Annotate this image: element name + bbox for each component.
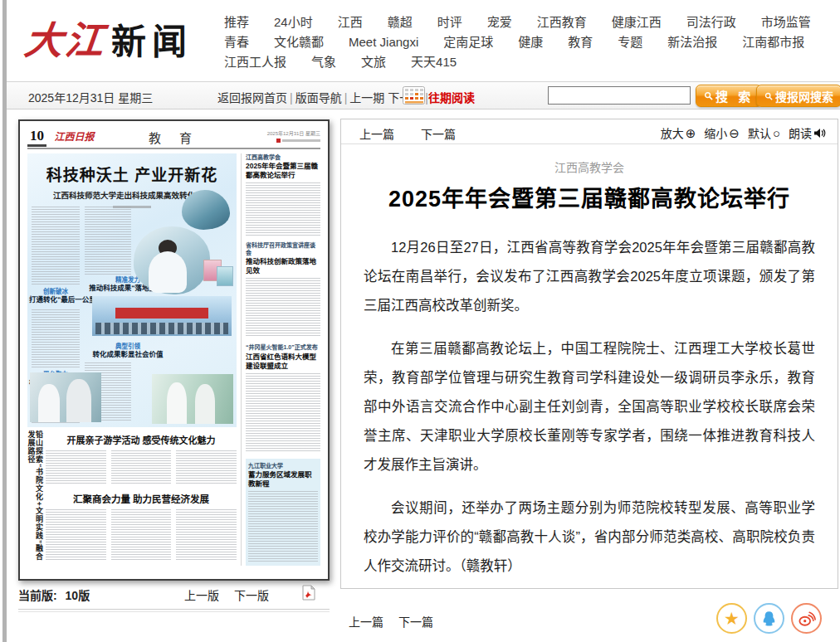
zoom-out-control[interactable]: 缩小⊖: [704, 124, 740, 141]
article-panel: 上一篇 下一篇 放大⊕ 缩小⊖ 默认○ 朗读 江西高教学会 2025年年会暨第三…: [340, 119, 838, 589]
pager-nav: 上一版 下一版: [184, 586, 281, 603]
article-toolbar: 上一篇 下一篇 放大⊕ 缩小⊖ 默认○ 朗读: [341, 119, 838, 144]
footer-next-article-link[interactable]: 下一篇: [398, 615, 433, 629]
right-article-kicker: “井冈星火智能1.0”正式发布: [246, 343, 320, 351]
nav-link-r2-6[interactable]: 专题: [618, 33, 642, 51]
prev-article-link[interactable]: 上一篇: [359, 125, 394, 142]
right-article-title: 2025年年会暨第三届赣鄱高教论坛举行: [246, 162, 320, 180]
paper-masthead-logo: 江西日报: [54, 131, 94, 143]
next-page-link[interactable]: 下一版: [234, 589, 269, 602]
divider: |: [344, 91, 348, 105]
footer-prev-article-link[interactable]: 上一篇: [349, 615, 383, 629]
paper-date-line: 2025年12月31日 星期三: [267, 129, 320, 137]
zoom-in-icon: ⊕: [686, 127, 696, 139]
feature-section-heading: 典型引领转化成果彰显社会价值: [74, 343, 182, 359]
qq-share-icon[interactable]: [754, 603, 784, 634]
prev-page-link[interactable]: 上一版: [184, 589, 219, 602]
nav-link-r2-3[interactable]: 定南足球: [443, 33, 493, 51]
fake-text-block: [248, 491, 318, 562]
photo-figure: [167, 382, 187, 424]
qq-penguin-icon: [760, 610, 778, 628]
fake-text-block: [46, 450, 106, 485]
archive-link[interactable]: 往期阅读: [428, 89, 475, 105]
divider: [18, 609, 330, 612]
zoom-in-control[interactable]: 放大⊕: [661, 124, 696, 141]
zoom-reset-control[interactable]: 默认○: [748, 124, 780, 141]
weibo-share-icon[interactable]: [791, 603, 822, 634]
zoom-out-icon: ⊖: [729, 127, 740, 139]
paper-section-label: 教 育: [149, 129, 199, 146]
zoom-reset-icon: ○: [773, 127, 780, 139]
article-title: 2025年年会暨第三届赣鄱高教论坛举行: [341, 181, 838, 213]
paper-right-column: 江西高教学会 2025年年会暨第三届赣鄱高教论坛举行 省科技厅召开政策宣讲座谈会…: [241, 153, 320, 566]
nav-link-r2-2[interactable]: Meet Jiangxi: [349, 33, 418, 51]
share-icons: ★: [716, 603, 822, 634]
newspaper-page-thumbnail[interactable]: 10 江西日报 教 育 2025年12月31日 星期三 科技种沃土 产业开新花 …: [18, 119, 330, 581]
nav-link-r1-0[interactable]: 推荐: [224, 13, 249, 32]
fake-text-block: [176, 450, 237, 485]
fake-text-block: [282, 139, 320, 142]
red-dot: [276, 139, 281, 143]
right-article-2: 省科技厅召开政策宣讲座谈会 推动科技创新政策落地见效: [246, 241, 320, 338]
nav-link-r2-8[interactable]: 江南都市报: [742, 33, 804, 51]
right-article-4: 九江职业大学 蓄力服务区域发展职教新程: [246, 459, 320, 566]
right-article-kicker: 江西高教学会: [246, 153, 320, 161]
photo-figure: [149, 251, 187, 293]
site-search-button[interactable]: 搜报网搜索: [756, 85, 840, 107]
nav-link-r1-6[interactable]: 江西教育: [537, 13, 587, 32]
nav-link-r3-1[interactable]: 气象: [311, 53, 336, 71]
site-logo[interactable]: 大江新闻: [25, 10, 193, 65]
nav-link-r2-4[interactable]: 健康: [518, 33, 543, 51]
divider: |: [290, 91, 293, 105]
nav-link-r1-9[interactable]: 市场监管: [761, 13, 811, 32]
site-search-button-label: 搜报网搜索: [775, 88, 833, 105]
right-article-kicker: 九江职业大学: [248, 462, 318, 469]
fake-text-block: [46, 509, 106, 561]
next-article-link[interactable]: 下一篇: [421, 125, 456, 142]
nav-link-r3-0[interactable]: 江西工人报: [224, 53, 286, 71]
read-aloud-control[interactable]: 朗读: [789, 124, 826, 141]
fake-columns: [46, 509, 237, 561]
issue-date: 2025年12月31日 星期三: [28, 89, 153, 105]
feature-article-block: 科技种沃土 产业开新花 江西科技师范大学走出科技成果高效转化之路 创新破冰打通转…: [27, 153, 237, 427]
fake-text-block: [246, 182, 320, 236]
bottom-articles: 开展亲子游学活动 感受传统文化魅力 汇聚商会力量 助力民营经济发展: [42, 430, 237, 566]
nav-link-r3-3[interactable]: 天天415: [411, 53, 457, 71]
nav-link-r1-4[interactable]: 时评: [437, 13, 462, 32]
photo-two-researchers: [30, 372, 101, 422]
right-article-1: 江西高教学会 2025年年会暨第三届赣鄱高教论坛举行: [246, 153, 320, 236]
layout-nav-link[interactable]: 版面导航: [295, 91, 342, 105]
nav-link-r1-8[interactable]: 司法行政: [686, 13, 736, 32]
nav-link-r3-2[interactable]: 文旅: [361, 53, 386, 71]
article-kicker: 江西高教学会: [341, 158, 838, 175]
qzone-share-icon[interactable]: ★: [716, 603, 747, 634]
pdf-icon[interactable]: [302, 585, 315, 601]
search-button[interactable]: 搜 索: [696, 85, 762, 107]
nav-link-r1-3[interactable]: 赣超: [388, 13, 413, 32]
nav-link-r1-7[interactable]: 健康江西: [612, 13, 662, 32]
nav-link-r1-1[interactable]: 24小时: [274, 13, 313, 32]
nav-link-r1-2[interactable]: 江西: [338, 13, 363, 32]
prev-issue-link[interactable]: 上一期: [349, 91, 384, 105]
nav-link-r2-1[interactable]: 文化赣鄱: [274, 33, 324, 51]
right-article-kicker: 省科技厅召开政策宣讲座谈会: [246, 241, 320, 256]
fake-text-block: [176, 509, 237, 561]
photo-group-event: [92, 296, 232, 336]
nav-link-r1-5[interactable]: 宠爱: [487, 13, 512, 32]
photo-figure: [195, 384, 215, 424]
paper-masthead: 10 江西日报 教 育 2025年12月31日 星期三: [27, 128, 320, 149]
magnifier-icon: [704, 91, 713, 100]
fake-text-block: [246, 373, 320, 453]
photo-people-row: [95, 323, 228, 334]
nav-link-r2-0[interactable]: 青春: [224, 33, 249, 51]
photo-figure: [66, 379, 91, 422]
main-nav: 推荐 24小时 江西 赣超 时评 宠爱 江西教育 健康江西 司法行政 市场监管 …: [224, 13, 830, 73]
paper-main-column: 科技种沃土 产业开新花 江西科技师范大学走出科技成果高效转化之路 创新破冰打通转…: [27, 153, 237, 566]
footer-article-nav: 上一篇 下一篇: [349, 613, 445, 630]
nav-link-r2-5[interactable]: 教育: [568, 33, 593, 51]
right-article-3: “井冈星火智能1.0”正式发布 江西省红色语料大模型建设联盟成立: [246, 343, 320, 452]
home-link[interactable]: 返回报网首页: [217, 91, 287, 105]
nav-link-r2-7[interactable]: 新法治报: [667, 33, 717, 51]
search-input[interactable]: [548, 86, 691, 105]
calendar-icon[interactable]: [403, 85, 425, 105]
